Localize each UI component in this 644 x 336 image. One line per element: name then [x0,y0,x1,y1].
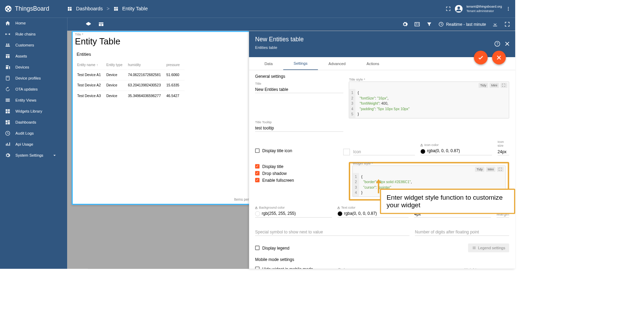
sidebar-item-ota[interactable]: OTA updates [0,84,67,95]
breadcrumb-sep: > [107,6,110,12]
title-style-editor[interactable]: Title style * TidyMini⛶ 12345 { "fontSiz… [349,82,509,118]
audit-icon [5,130,10,136]
tooltip-field[interactable]: Title Tooltip test tooltip [255,120,343,132]
display-title-icon-checkbox[interactable]: Display title icon [255,148,338,153]
tab-advanced[interactable]: Advanced [318,57,356,70]
gear-icon[interactable] [402,21,408,28]
download-icon[interactable] [492,21,498,28]
sidebar-item-audit[interactable]: Audit Logs [0,128,67,139]
help-icon[interactable]: ? [494,41,500,47]
drop-shadow-checkbox[interactable]: Drop shadow [255,171,343,176]
svg-rect-7 [6,76,9,80]
devices-icon [5,64,10,70]
icon-color-field[interactable]: Icon color rgba(0, 0, 0, 0.87) [420,143,492,155]
people-icon [5,42,10,48]
sidebar-item-label: Entity Views [15,98,37,103]
enable-fullscreen-checkbox[interactable]: Enable fullscreen [255,178,343,182]
sidebar-item-assets[interactable]: Assets [0,51,67,62]
user-avatar-icon[interactable] [455,5,463,12]
clock-icon [438,21,444,27]
mini-button[interactable]: Mini [486,167,495,171]
sidebar-item-widgets[interactable]: Widgets Library [0,106,67,117]
breadcrumb-item[interactable]: Entity Table [122,6,148,12]
user-info[interactable]: tenant@thingsboard.org Tenant administra… [466,5,502,13]
checkbox-icon [255,164,260,169]
tab-actions[interactable]: Actions [356,57,390,70]
sort-up-icon: ↑ [96,63,98,67]
fullscreen-icon[interactable] [446,6,451,12]
widgets-icon [5,108,10,114]
sidebar-item-entity-views[interactable]: Entity Views [0,95,67,106]
sidebar-item-api[interactable]: Api Usage [0,139,67,150]
sidebar-item-label: Widgets Library [15,109,42,114]
digits-field[interactable]: Number of digits after floating point [415,229,509,236]
entity-icon[interactable] [414,21,420,28]
logo-area[interactable]: ThingsBoard [4,5,67,12]
entity-table: Entity name↑ Entity type humidity pressu… [76,60,185,101]
sidebar-item-label: Assets [15,54,27,59]
mini-button[interactable]: Mini [490,83,499,88]
grid-icon[interactable] [98,21,104,28]
column-header[interactable]: Entity name↑ [77,61,106,69]
column-header[interactable]: humidity [128,61,166,69]
close-icon[interactable] [504,41,510,47]
icon-size-field[interactable]: Icon size 24px [498,140,509,155]
tidy-button[interactable]: Tidy [478,83,488,88]
sidebar-item-device-profiles[interactable]: Device profiles [0,73,67,84]
sidebar-item-label: Device profiles [15,76,41,81]
column-header[interactable]: Entity type [106,61,127,69]
checkbox-icon [255,178,260,182]
sidebar-item-label: System Settings [15,153,43,158]
svg-point-1 [457,7,460,9]
svg-rect-10 [415,22,419,26]
sidebar-item-devices[interactable]: Devices [0,62,67,73]
table-row[interactable]: Test Device A2Device63.2041398243052315.… [77,80,185,90]
cancel-button[interactable] [492,51,506,64]
list-icon [472,246,477,250]
checkbox-icon [255,171,260,176]
fullscreen-icon[interactable]: ⛶ [497,167,503,171]
tab-data[interactable]: Data [254,57,283,70]
bg-color-field[interactable]: Background color rgb(255, 255, 255) [255,205,332,217]
tidy-button[interactable]: Tidy [475,167,484,171]
breadcrumb-item[interactable]: Dashboards [76,6,103,12]
hide-mobile-checkbox[interactable]: Hide widget in mobile mode [255,266,332,269]
sidebar: Home Rule chains Customers Assets Device… [0,18,67,269]
display-title-checkbox[interactable]: Display title [255,164,343,169]
more-vert-icon[interactable] [506,6,511,11]
app-name: ThingsBoard [15,5,49,12]
assets-icon [5,53,10,59]
panel-body: General settings Title New Entities tabl… [249,70,515,269]
panel-title: New Entities table [255,36,509,43]
fullscreen-icon[interactable] [504,21,510,28]
chain-icon [5,31,10,37]
time-selector[interactable]: Realtime - last minute [438,21,486,27]
title-field[interactable]: Title New Entities table [255,82,343,118]
sidebar-item-home[interactable]: Home [0,18,67,29]
apply-button[interactable] [474,51,488,64]
filter-icon[interactable] [426,21,433,28]
widget-settings-panel: New Entities table Entities table ? Data… [249,31,515,269]
special-symbol-field[interactable]: Special symbol to show next to value [255,229,409,236]
svg-point-3 [508,8,509,9]
legend-settings-button[interactable]: Legend settings [468,243,509,252]
column-header[interactable]: pressure [166,61,185,69]
close-icon [496,54,502,61]
display-legend-checkbox[interactable]: Display legend [255,245,463,250]
table-row[interactable]: Test Device A1Device74.0622167268258151.… [77,70,185,80]
icon-field[interactable]: Icon [343,148,415,155]
fullscreen-icon[interactable]: ⛶ [501,83,507,88]
svg-point-2 [508,7,509,8]
sidebar-item-rule-chains[interactable]: Rule chains [0,29,67,40]
order-field[interactable]: Order [338,266,459,269]
section-general: General settings [255,74,509,79]
layers-icon[interactable] [85,21,92,28]
tab-settings[interactable]: Settings [283,57,318,70]
height-field[interactable]: Height [465,266,509,269]
sidebar-item-customers[interactable]: Customers [0,40,67,51]
breadcrumb: Dashboards > Entity Table [67,6,148,12]
table-row[interactable]: Test Device A3Device35.3496403659627746.… [77,91,185,101]
sidebar-item-settings[interactable]: System Settings [0,150,67,161]
sidebar-item-label: Dashboards [15,120,36,125]
sidebar-item-dashboards[interactable]: Dashboards [0,117,67,128]
